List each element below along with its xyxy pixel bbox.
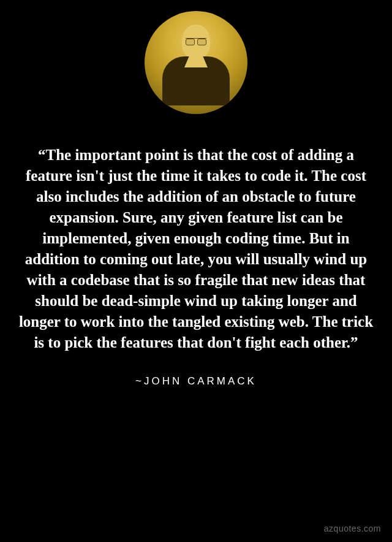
avatar-head [182, 25, 210, 59]
author-name: JOHN CARMACK [144, 375, 257, 387]
avatar-collar [184, 56, 208, 67]
avatar-shoulders [162, 56, 230, 105]
avatar-figure [162, 25, 230, 110]
avatar-container [0, 0, 392, 114]
glasses-icon [186, 38, 206, 43]
source-watermark: azquotes.com [324, 524, 381, 533]
author-prefix: ~ [135, 375, 144, 387]
author-avatar [145, 11, 247, 114]
quote-text: “The important point is that the cost of… [0, 114, 392, 353]
author-attribution: ~JOHN CARMACK [0, 375, 392, 387]
